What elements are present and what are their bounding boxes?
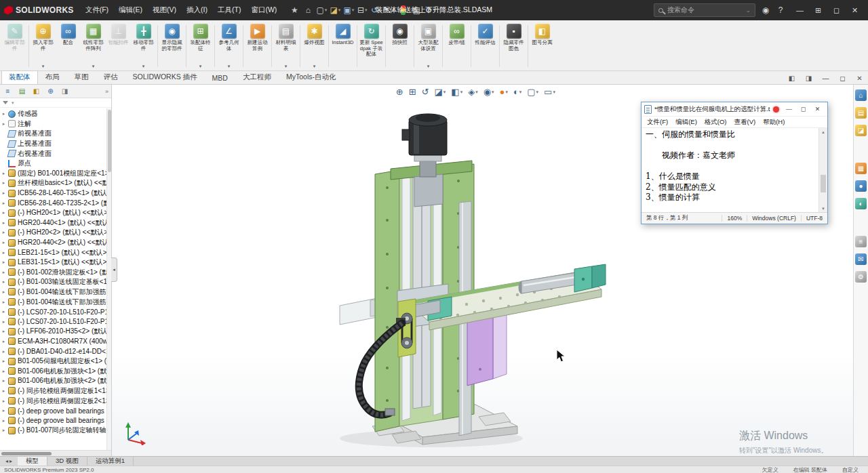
doc-tab-0[interactable]: 模型 <box>18 457 47 466</box>
design-library-tab[interactable]: ▤ <box>855 107 867 119</box>
tree-item[interactable]: ▸ICB56-28-L460-T235-2<1> (默 <box>1 198 111 208</box>
expand-chevron-icon[interactable]: ▸ <box>1 339 6 344</box>
command-tab-1[interactable]: 布局 <box>38 70 67 84</box>
notepad-maximize-button[interactable]: ◻ <box>796 104 810 115</box>
menu-item-2[interactable]: 视图(V) <box>148 3 181 17</box>
dropdown-arrow-icon[interactable]: ▾ <box>338 7 341 13</box>
propertymanager-tab[interactable]: ▤ <box>16 86 28 97</box>
ribbon-button-large-assembly-settings[interactable]: ▣大型装配体设置▾ <box>416 22 441 70</box>
tree-item[interactable]: ▸丝杆模组basic<1> (默认) <<默认 <box>1 178 111 188</box>
tree-item[interactable]: ▸(-) B01-004输送线下部加强筋<1 <box>1 287 111 297</box>
notepad-minimize-button[interactable]: — <box>782 104 796 115</box>
tree-item[interactable]: ▸LEB31-15<1> (默认) <<默认>_ <box>1 258 111 268</box>
tab-nav-arrows[interactable]: ◂▸ <box>0 457 18 466</box>
tree-item[interactable]: ▸(-) DBA01-D40-d12-e14-DD<1 <box>1 346 111 356</box>
expand-chevron-icon[interactable]: ▸ <box>1 388 6 394</box>
command-tab-7[interactable]: MyTools-自动化 <box>279 70 344 84</box>
notepad-menu-0[interactable]: 文件(F) <box>644 117 671 127</box>
dropdown-arrow-icon[interactable]: ▾ <box>536 89 539 95</box>
dropdown-arrow-icon[interactable]: ▾ <box>505 89 508 95</box>
expand-chevron-icon[interactable]: ▸ <box>1 111 6 117</box>
notepad-close-button[interactable]: ✕ <box>810 104 825 115</box>
notepad-text-area[interactable]: 一、伺服的惯量和惯量比 视频作者：嘉文老师 1、什么是惯量2、惯量匹配的意义3、… <box>642 128 818 212</box>
expand-chevron-icon[interactable]: ▸ <box>1 210 6 215</box>
window-layout-button[interactable]: ⊞ <box>809 2 827 18</box>
tree-vertical-scrollbar[interactable] <box>106 108 111 450</box>
tab-scroll-arrow-icon[interactable]: ◂ <box>5 458 8 464</box>
dropdown-arrow-icon[interactable]: ▾ <box>460 89 463 95</box>
dropdown-arrow-icon[interactable]: ▾ <box>352 7 355 13</box>
home-button[interactable]: ⌂ <box>302 4 314 16</box>
dropdown-arrow-icon[interactable]: ▾ <box>553 89 555 95</box>
tree-item[interactable]: ▸(-) LCS07-20-10-L510-F20-P12 <box>1 307 111 317</box>
zoom-fit-button[interactable]: ⊕ <box>394 86 406 98</box>
view-settings-button[interactable]: ▢▾ <box>525 86 540 98</box>
expand-chevron-icon[interactable]: ▸ <box>1 319 6 325</box>
command-tab-5[interactable]: MBD <box>205 72 235 84</box>
notepad-menu-3[interactable]: 查看(V) <box>731 117 760 127</box>
dropdown-arrow-icon[interactable]: ▾ <box>492 89 494 95</box>
expand-chevron-icon[interactable]: ▸ <box>1 240 6 245</box>
expand-chevron-icon[interactable]: ▸ <box>1 378 6 384</box>
command-tab-3[interactable]: 评估 <box>96 70 125 84</box>
tree-item[interactable]: 前视基准面 <box>1 129 111 139</box>
tree-filter-row[interactable] <box>0 98 111 108</box>
save-button[interactable]: ▣▾ <box>342 4 355 16</box>
ribbon-button-belt-chain[interactable]: ∞皮带/链 <box>444 22 469 70</box>
ribbon-button-bill-of-materials[interactable]: ▤材料明细表▾ <box>273 22 298 70</box>
new-document-button[interactable]: ▢▾ <box>315 4 328 16</box>
tree-item[interactable]: ▸(-) deep groove ball bearings <box>1 406 111 416</box>
tree-item[interactable]: ▸(-) HGH20<1> (默认) <<默认>_ <box>1 208 111 218</box>
zoom-area-button[interactable]: ⊞ <box>407 86 418 98</box>
apply-scene-button[interactable]: ◐▾ <box>511 86 524 98</box>
tree-item[interactable]: ▸ICB56-28-L460-T35<1> (默认) <box>1 188 111 199</box>
previous-view-button[interactable]: ↺ <box>420 86 431 98</box>
full-screen-monitor-button[interactable]: ▭▾ <box>542 86 557 98</box>
ribbon-button-linear-component-pattern[interactable]: ▦线性零部件阵列▾ <box>81 22 106 70</box>
file-explorer-tab[interactable]: ◪ <box>855 125 867 136</box>
dropdown-arrow-icon[interactable]: ▾ <box>443 89 446 95</box>
ribbon-button-insert-component[interactable]: ⊕插入零部件▾ <box>31 22 56 70</box>
dropdown-arrow-icon[interactable]: ▾ <box>142 64 145 69</box>
tree-item[interactable]: ▸传感器 <box>1 109 111 119</box>
expand-chevron-icon[interactable]: ▸ <box>1 201 6 206</box>
expand-chevron-icon[interactable]: ▸ <box>1 190 6 196</box>
ribbon-button-hide-component-color[interactable]: ▪隐藏零件图色 <box>501 22 526 70</box>
tree-item[interactable]: ▸HGR20-440<1> (默认) <<默认> <box>1 218 111 228</box>
menu-item-3[interactable]: 插入(I) <box>182 3 212 17</box>
expand-chevron-icon[interactable]: ▸ <box>1 398 6 404</box>
ribbon-button-new-motion-study[interactable]: ▶新建运动算例 <box>245 22 270 70</box>
dropdown-arrow-icon[interactable]: ▾ <box>475 89 478 95</box>
menu-item-0[interactable]: 文件(F) <box>81 3 113 17</box>
tree-item[interactable]: ▸(固定) B01-001模组固定座<1> <box>1 169 111 179</box>
star-button[interactable]: ★ <box>288 4 300 16</box>
solidworks-forum-tab[interactable]: ✉ <box>855 253 867 265</box>
tree-horizontal-scrollbar[interactable] <box>0 450 111 456</box>
tree-item[interactable]: ▸(-) 同步轮模组两侧固定板2<1> <box>1 396 111 406</box>
doc-tab-1[interactable]: 3D 视图 <box>47 457 87 466</box>
tree-item[interactable]: ▸(-) 同步轮模组两侧固定板1<1> <box>1 386 111 396</box>
dropdown-arrow-icon[interactable]: ▾ <box>519 89 522 95</box>
view-orientation-button[interactable]: ◧▾ <box>449 86 465 98</box>
notepad-menu-4[interactable]: 帮助(H) <box>760 117 788 127</box>
expand-chevron-icon[interactable]: ▸ <box>1 171 6 176</box>
tree-item[interactable]: ▸B01-006电机板加强块<2> (默认) <box>1 376 111 386</box>
ribbon-button-reference-geometry[interactable]: ∠参考几何体▾ <box>216 22 241 70</box>
scenes-tab[interactable]: ◐ <box>855 198 867 209</box>
command-search-input[interactable]: 搜索命令 ⌄ <box>654 3 755 17</box>
featuremanager-tree-tab[interactable]: ≡ <box>1 86 14 97</box>
ribbon-button-update-speedpak[interactable]: ↻更新 Speedpak 子装配体 <box>359 22 384 70</box>
close-button[interactable]: ✕ <box>846 2 864 18</box>
panel-collapse-handle[interactable] <box>111 258 117 282</box>
help-button[interactable]: ? <box>774 4 787 16</box>
dropdown-arrow-icon[interactable]: ▾ <box>365 7 368 13</box>
taskpane-home-tab[interactable]: ⌂ <box>855 89 867 101</box>
configuration-manager-tab[interactable]: ◧ <box>30 86 43 97</box>
dropdown-arrow-icon[interactable]: ▾ <box>199 64 202 69</box>
view-palette-tab[interactable]: ▦ <box>855 163 867 174</box>
tree-item[interactable]: ▸(-) B01-003输送线固定基板<1> <box>1 277 111 287</box>
expand-chevron-icon[interactable]: ▸ <box>1 329 6 334</box>
expand-chevron-icon[interactable]: ▸ <box>1 300 6 305</box>
pane-right-button[interactable]: ◨ <box>800 73 817 84</box>
user-account-button[interactable]: ◉ <box>760 4 772 16</box>
